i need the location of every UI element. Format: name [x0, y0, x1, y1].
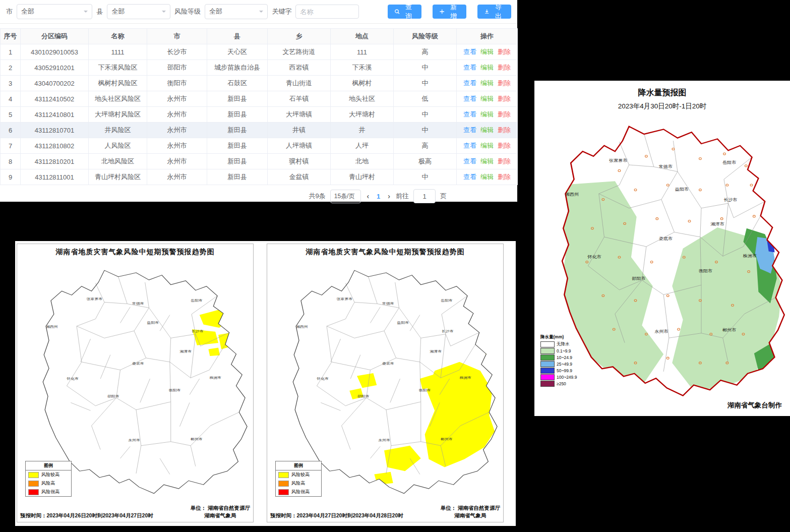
view-link[interactable]: 查看 — [463, 157, 476, 165]
view-link[interactable]: 查看 — [463, 142, 476, 149]
edit-link[interactable]: 编辑 — [480, 173, 494, 181]
legend-label: 0.1~9.9 — [557, 348, 571, 353]
table-row[interactable]: 5 43112410801 大坪塘村风险区 永州市 新田县 大坪塘镇 大坪塘村 … — [1, 107, 518, 123]
view-link[interactable]: 查看 — [463, 64, 476, 71]
cell-town: 人坪塘镇 — [268, 138, 331, 154]
view-link[interactable]: 查看 — [463, 126, 476, 134]
cell-name: 枫树村风险区 — [89, 76, 147, 91]
legend-label: 风险高 — [41, 480, 55, 487]
edit-link[interactable]: 编辑 — [480, 64, 494, 71]
table-row[interactable]: 7 43112810802 人风险区 永州市 新田县 人坪塘镇 人坪 高 查看编… — [1, 138, 518, 154]
trend-footer: 预报时间：2023年04月26日20时到2023年04月27日20时 单位： 湖… — [20, 504, 250, 519]
rain-forecast-panel: 降水量预报图 2023年4月30日20时-1日20时 降水量(mm) — [534, 81, 790, 416]
table-row[interactable]: 9 43112811001 青山坪村风险区 永州市 新田县 金盆镇 青山坪村 中… — [1, 169, 518, 185]
rain-legend-title: 降水量(mm) — [540, 334, 577, 340]
view-link[interactable]: 查看 — [463, 173, 476, 181]
chevron-down-icon — [162, 11, 166, 15]
goto-page-input[interactable] — [413, 189, 436, 203]
search-button[interactable]: 查询 — [388, 5, 421, 19]
edit-link[interactable]: 编辑 — [480, 48, 494, 55]
keyword-input[interactable] — [295, 5, 359, 19]
table-row[interactable]: 3 43040700202 枫树村风险区 衡阳市 石鼓区 青山街道 枫树村 中 … — [1, 76, 518, 91]
cell-place: 青山坪村 — [331, 169, 394, 185]
cell-actions: 查看编辑删除 — [457, 76, 518, 91]
delete-link[interactable]: 删除 — [498, 64, 511, 71]
edit-link[interactable]: 编辑 — [480, 95, 494, 102]
delete-link[interactable]: 删除 — [498, 173, 511, 181]
trend-map-title: 湖南省地质灾害气象风险中短期预警预报趋势图 — [267, 248, 503, 257]
table-row[interactable]: 1 4301029010053 1111 长沙市 天心区 文艺路街道 111 高… — [1, 44, 518, 60]
legend-row: 0.1~9.9 — [540, 348, 577, 354]
legend-row: ≥250 — [540, 381, 577, 387]
orange-swatch — [28, 481, 39, 487]
next-page-button[interactable]: › — [387, 192, 391, 200]
cell-risk: 高 — [394, 138, 457, 154]
legend-label: 50~99.9 — [557, 368, 572, 373]
delete-link[interactable]: 删除 — [498, 157, 511, 165]
edit-link[interactable]: 编辑 — [480, 79, 494, 87]
risk-level-select[interactable]: 全部 — [205, 4, 268, 19]
table-row[interactable]: 8 43112810201 北地风险区 永州市 新田县 骥村镇 北地 极高 查看… — [1, 154, 518, 169]
delete-link[interactable]: 删除 — [498, 110, 511, 118]
unit-line2: 湖南省气象局 — [204, 512, 236, 518]
table-row[interactable]: 4 43112410502 地头社区风险区 永州市 新田县 石羊镇 地头社区 低… — [1, 91, 518, 107]
cell-town: 文艺路街道 — [268, 44, 331, 60]
cell-name: 1111 — [89, 44, 147, 60]
header-place: 地点 — [331, 29, 394, 44]
cell-seq: 7 — [1, 138, 21, 154]
cell-name: 人风险区 — [89, 138, 147, 154]
edit-link[interactable]: 编辑 — [480, 157, 494, 165]
cell-risk: 中 — [394, 123, 457, 138]
view-link[interactable]: 查看 — [463, 79, 476, 87]
legend-row: 风险很高 — [26, 488, 71, 496]
header-town: 乡 — [268, 29, 331, 44]
delete-link[interactable]: 删除 — [498, 95, 511, 102]
risk-zone-management-panel: 市 全部 县 全部 风险等级 全部 关键字 查询 新增 导出 — [0, 0, 517, 202]
cell-town: 大坪塘镇 — [268, 107, 331, 123]
cell-city: 衡阳市 — [147, 76, 207, 91]
magenta-swatch — [540, 374, 555, 380]
legend-row: 风险高 — [26, 479, 71, 488]
page-number[interactable]: 1 — [375, 193, 382, 200]
cell-town: 金盆镇 — [268, 169, 331, 185]
delete-link[interactable]: 删除 — [498, 142, 511, 149]
view-link[interactable]: 查看 — [463, 95, 476, 102]
page-size-select[interactable]: 15条/页 — [330, 190, 361, 203]
export-button[interactable]: 导出 — [477, 5, 511, 19]
edit-link[interactable]: 编辑 — [480, 142, 494, 149]
legend-label: 风险较高 — [291, 471, 310, 478]
orange-swatch — [278, 481, 289, 487]
delete-link[interactable]: 删除 — [498, 48, 511, 55]
legend-row: 风险高 — [276, 479, 321, 488]
light-blue-swatch — [540, 361, 555, 367]
city-select[interactable]: 全部 — [17, 4, 92, 19]
view-link[interactable]: 查看 — [463, 110, 476, 118]
delete-link[interactable]: 删除 — [498, 126, 511, 134]
cell-code: 43112810201 — [21, 154, 89, 169]
cell-name: 北地风险区 — [89, 154, 147, 169]
goto-unit-label: 页 — [440, 192, 447, 201]
header-code: 分区编码 — [21, 29, 89, 44]
county-select[interactable]: 全部 — [107, 4, 170, 19]
table-row[interactable]: 2 43052910201 下禾溪风险区 邵阳市 城步苗族自治县 西岩镇 下禾溪… — [1, 60, 518, 76]
table-row[interactable]: 6 43112810701 井风险区 永州市 新田县 井镇 井 中 查看编辑删除 — [1, 123, 518, 138]
unit-label: 单位： — [191, 505, 207, 511]
unit-line2: 湖南省气象局 — [454, 512, 486, 518]
cell-town: 井镇 — [268, 123, 331, 138]
cell-code: 43040700202 — [21, 76, 89, 91]
no-rain-swatch — [540, 341, 555, 347]
edit-link[interactable]: 编辑 — [480, 110, 494, 118]
cell-city: 永州市 — [147, 107, 207, 123]
delete-link[interactable]: 删除 — [498, 79, 511, 87]
add-button[interactable]: 新增 — [433, 5, 466, 19]
edit-link[interactable]: 编辑 — [480, 126, 494, 134]
cell-county: 新田县 — [207, 138, 268, 154]
cell-actions: 查看编辑删除 — [457, 107, 518, 123]
cell-county: 石鼓区 — [207, 76, 268, 91]
view-link[interactable]: 查看 — [463, 48, 476, 55]
keyword-filter-label: 关键字 — [272, 7, 291, 16]
header-seq: 序号 — [1, 29, 21, 44]
cell-risk: 极高 — [394, 154, 457, 169]
prev-page-button[interactable]: ‹ — [366, 192, 370, 200]
cell-actions: 查看编辑删除 — [457, 154, 518, 169]
